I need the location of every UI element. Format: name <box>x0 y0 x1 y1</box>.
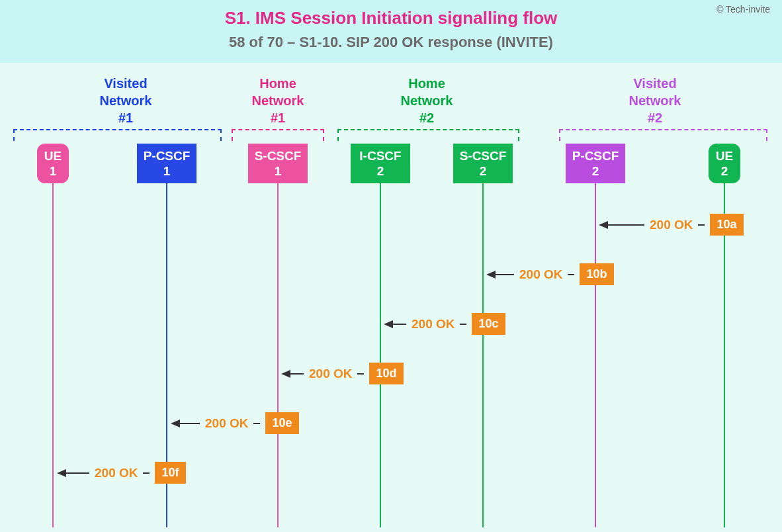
diagram-body: Visited Network #1 Home Network #1 Home … <box>0 63 782 532</box>
node-pcscf2: P-CSCF 2 <box>566 144 625 183</box>
msg-tag: 10a <box>710 214 743 236</box>
connector-dash <box>568 274 574 275</box>
msg-10f: 200 OK 10f <box>57 462 186 484</box>
arrow-left-icon <box>281 370 304 378</box>
lifeline-scscf1 <box>277 183 279 527</box>
copyright: © Tech-invite <box>717 4 770 15</box>
connector-dash <box>460 324 466 325</box>
connector-dash <box>698 224 705 226</box>
msg-label: 200 OK <box>309 367 352 381</box>
connector-dash <box>357 373 364 375</box>
network-label-visited1: Visited Network #1 <box>66 75 185 126</box>
msg-10e: 200 OK 10e <box>171 412 299 434</box>
msg-tag: 10d <box>369 363 403 384</box>
node-icscf2: I-CSCF 2 <box>351 144 410 183</box>
msg-label: 200 OK <box>650 218 693 232</box>
bracket-home1 <box>232 129 324 141</box>
msg-label: 200 OK <box>412 317 455 332</box>
lifeline-icscf2 <box>380 183 381 527</box>
network-label-home1: Home Network #1 <box>238 75 318 126</box>
node-scscf1: S-CSCF 1 <box>248 144 308 183</box>
msg-10d: 200 OK 10d <box>281 363 404 384</box>
bracket-visited2 <box>559 129 767 141</box>
arrow-left-icon <box>384 320 406 328</box>
msg-tag: 10c <box>472 313 505 335</box>
arrow-left-icon <box>171 420 200 427</box>
msg-10b: 200 OK 10b <box>486 263 614 285</box>
node-ue2: UE 2 <box>709 144 740 183</box>
arrow-left-icon <box>486 271 514 279</box>
bracket-visited1 <box>13 129 222 141</box>
msg-label: 200 OK <box>205 416 248 431</box>
lifeline-scscf2 <box>482 183 484 527</box>
arrow-left-icon <box>599 221 644 229</box>
network-label-visited2: Visited Network #2 <box>595 75 715 126</box>
bracket-home2 <box>337 129 519 141</box>
page-title: S1. IMS Session Initiation signalling fl… <box>0 8 782 28</box>
arrow-left-icon <box>57 469 89 477</box>
connector-dash <box>253 423 260 424</box>
lifeline-ue1 <box>52 183 54 527</box>
msg-10a: 200 OK 10a <box>599 214 744 236</box>
header: © Tech-invite S1. IMS Session Initiation… <box>0 0 782 63</box>
network-label-home2: Home Network #2 <box>367 75 486 126</box>
lifeline-pcscf2 <box>595 183 596 527</box>
msg-label: 200 OK <box>95 466 138 480</box>
msg-tag: 10f <box>155 462 185 484</box>
node-pcscf1: P-CSCF 1 <box>137 144 196 183</box>
msg-10c: 200 OK 10c <box>384 313 505 335</box>
msg-label: 200 OK <box>519 267 562 282</box>
msg-tag: 10e <box>265 412 298 434</box>
msg-tag: 10b <box>580 263 613 285</box>
node-ue1: UE 1 <box>37 144 69 183</box>
connector-dash <box>143 472 150 474</box>
page-subtitle: 58 of 70 – S1-10. SIP 200 OK response (I… <box>0 34 782 51</box>
node-scscf2: S-CSCF 2 <box>453 144 513 183</box>
